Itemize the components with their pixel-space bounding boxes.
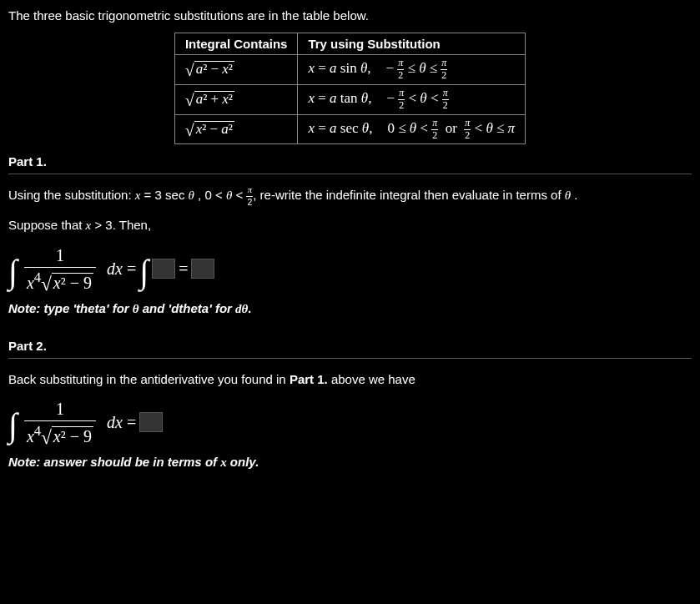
table-header-substitution: Try using Substitution	[298, 33, 526, 55]
part2-integral: ∫ 1 x4√x² − 9 dx =	[8, 399, 692, 446]
part1-title: Part 1.	[8, 154, 692, 169]
divider	[8, 174, 692, 174]
table-row: √a² + x² x = a tan θ,− π2 < θ < π2	[174, 84, 525, 114]
part1-note: Note: type 'theta' for θ and 'dtheta' fo…	[8, 301, 692, 316]
part1-suppose: Suppose that x > 3. Then,	[8, 216, 692, 235]
table-row: √x² − a² x = a sec θ,0 ≤ θ < π2 or π2 < …	[174, 114, 525, 144]
part1-integral: ∫ 1 x4√x² − 9 dx = ∫ =	[8, 245, 692, 293]
part2-answer-input[interactable]	[139, 412, 163, 432]
part2-note: Note: answer should be in terms of x onl…	[8, 455, 692, 470]
part1-answer-input[interactable]	[191, 259, 214, 279]
table-row: √a² − x² x = a sin θ,− π2 ≤ θ ≤ π2	[174, 55, 525, 85]
part1-integrand-input[interactable]	[152, 259, 175, 279]
part2-prompt: Back substituting in the antiderivative …	[8, 370, 692, 390]
part1-prompt: Using the substitution: x = 3 sec θ , 0 …	[8, 186, 692, 206]
intro-text: The three basic trigonometric substituti…	[8, 8, 692, 23]
table-header-contains: Integral Contains	[174, 33, 298, 55]
substitution-table: Integral Contains Try using Substitution…	[174, 33, 526, 144]
part2-title: Part 2.	[8, 339, 692, 353]
divider	[8, 358, 692, 359]
